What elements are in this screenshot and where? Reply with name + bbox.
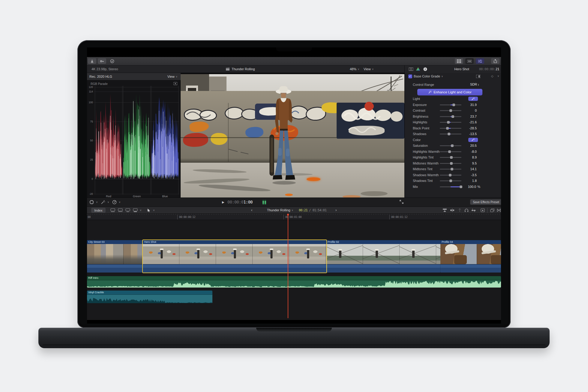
slider-thumb[interactable]	[452, 104, 455, 106]
timeline-clip-profile-02[interactable]: Profile 02	[326, 240, 440, 273]
audio-clip-riff-intro[interactable]: Riff Intro	[87, 276, 501, 288]
param-slider[interactable]	[440, 116, 461, 117]
param-value[interactable]: -28.5	[469, 126, 477, 130]
slider-thumb[interactable]	[450, 162, 453, 165]
connect-clip-icon[interactable]	[442, 208, 447, 212]
clip-appearance-icon-2[interactable]	[118, 208, 123, 212]
timeline-clip-profile-04[interactable]: Profile 04	[440, 240, 501, 273]
clip-appearance-icon-3[interactable]	[125, 208, 130, 212]
timeline-ruler[interactable]: 0000:00:00:1200:00:01:0000:00:01:12	[87, 214, 501, 220]
background-tasks-button[interactable]	[108, 58, 116, 64]
enhance-wand-icon[interactable]	[101, 200, 105, 204]
tool-menu-chevron[interactable]	[152, 208, 155, 212]
enhance-light-color-button[interactable]: Enhance Light and Color	[417, 89, 482, 95]
slider-thumb[interactable]	[451, 168, 453, 170]
viewer-view-menu[interactable]: View	[364, 65, 374, 73]
playhead[interactable]	[288, 214, 288, 318]
keyframe-diamond-icon[interactable]	[491, 74, 494, 78]
expand-icon[interactable]	[400, 200, 404, 204]
control-range-select[interactable]: SDR▴▾	[470, 83, 479, 86]
info-inspector-icon[interactable]	[423, 67, 427, 71]
effect-name-menu[interactable]: Base Color Grade	[414, 74, 443, 78]
slider-thumb[interactable]	[449, 179, 452, 182]
viewer-zoom-menu[interactable]: 48%	[350, 65, 359, 73]
timeline-toggle-button[interactable]	[465, 58, 474, 64]
retime-menu-chevron[interactable]	[118, 200, 121, 204]
clip-appearance-icon-1[interactable]	[110, 208, 115, 212]
duplicate-timeline-icon[interactable]	[490, 208, 494, 212]
audio-clip-vinyl-crackle[interactable]: Vinyl Crackle	[87, 291, 212, 303]
inspector-timecode[interactable]: 00:00:00:21	[479, 65, 499, 73]
viewer-timecode[interactable]: 00:00:01:00	[227, 200, 253, 204]
param-value[interactable]: 31.9	[470, 103, 477, 107]
slider-thumb[interactable]	[460, 185, 462, 188]
import-button[interactable]	[88, 58, 96, 64]
overwrite-clip-icon[interactable]	[471, 208, 476, 212]
param-slider[interactable]	[440, 157, 461, 158]
param-slider[interactable]	[440, 169, 461, 170]
slider-thumb[interactable]	[451, 144, 454, 147]
scope-settings-icon[interactable]	[173, 82, 177, 85]
retime-icon[interactable]	[112, 200, 117, 204]
insert-clip-icon[interactable]	[450, 208, 454, 212]
audio-monitor-icon[interactable]	[464, 208, 469, 212]
compare-screen-icon[interactable]	[476, 75, 480, 78]
color-inspector-icon[interactable]	[416, 67, 420, 71]
render-settings-icon[interactable]	[481, 208, 485, 212]
video-frame[interactable]	[181, 74, 404, 198]
enhance-menu-chevron[interactable]	[106, 200, 109, 204]
auto-enhance-wand-button[interactable]	[468, 138, 478, 142]
skimming-bowtie-icon[interactable]	[497, 208, 501, 212]
param-slider[interactable]	[440, 180, 461, 181]
param-slider[interactable]	[440, 151, 461, 152]
param-value[interactable]: -13.5	[469, 132, 477, 136]
previous-project-arrow[interactable]: ‹	[251, 208, 252, 212]
auto-enhance-wand-button[interactable]	[468, 97, 478, 101]
effect-enabled-checkbox[interactable]	[408, 74, 412, 78]
param-slider[interactable]	[440, 163, 461, 164]
slider-thumb[interactable]	[449, 109, 452, 112]
timeline-project-menu[interactable]: Thunder Rolling	[267, 207, 293, 214]
slider-thumb[interactable]	[446, 127, 449, 130]
keywords-button[interactable]	[98, 58, 106, 64]
effect-collapse-chevron[interactable]	[496, 74, 499, 78]
slider-thumb[interactable]	[447, 121, 450, 124]
param-value[interactable]: -3.5	[471, 173, 477, 177]
param-slider[interactable]	[440, 134, 461, 134]
save-effects-preset-button[interactable]: Save Effects Preset	[470, 199, 501, 205]
clip-appearance-icon-4[interactable]	[133, 208, 138, 212]
scope-view-menu[interactable]: View	[167, 73, 178, 81]
timeline-clip-hero-shot[interactable]: Hero Shot	[143, 240, 326, 273]
param-slider[interactable]	[440, 186, 461, 187]
param-value[interactable]: 1.8	[472, 179, 477, 182]
inspector-toggle-button[interactable]	[476, 58, 484, 64]
play-button[interactable]	[222, 200, 224, 204]
index-button[interactable]: Index	[91, 208, 106, 213]
slider-thumb[interactable]	[448, 133, 450, 135]
param-value[interactable]: 20.5	[470, 144, 477, 147]
tool-cursor-icon[interactable]	[147, 208, 151, 212]
param-value[interactable]: 23.7	[470, 115, 477, 118]
browser-toggle-button[interactable]	[455, 58, 463, 64]
param-value[interactable]: -21.6	[469, 120, 477, 124]
clip-appearance-chevron[interactable]	[139, 208, 142, 212]
param-value[interactable]: -8.0	[471, 150, 477, 153]
param-value[interactable]: 100.0%	[468, 185, 480, 188]
param-slider[interactable]	[440, 122, 461, 123]
param-slider[interactable]	[440, 110, 461, 111]
append-clip-icon[interactable]	[458, 208, 462, 212]
slider-thumb[interactable]	[450, 156, 453, 159]
video-inspector-icon[interactable]	[409, 68, 413, 71]
param-value[interactable]: 8.9	[472, 155, 477, 159]
slider-thumb[interactable]	[449, 174, 452, 176]
param-slider[interactable]	[440, 145, 461, 146]
param-value[interactable]: 0	[475, 109, 477, 112]
param-value[interactable]: 14.1	[470, 167, 477, 171]
param-slider[interactable]	[440, 175, 461, 176]
slider-thumb[interactable]	[448, 150, 451, 153]
param-value[interactable]: 9.5	[472, 161, 477, 165]
param-slider[interactable]	[440, 128, 461, 129]
param-slider[interactable]	[440, 104, 461, 105]
timeline-clip-city-street-03[interactable]: City Street 03	[87, 240, 143, 273]
slider-thumb[interactable]	[452, 115, 454, 118]
